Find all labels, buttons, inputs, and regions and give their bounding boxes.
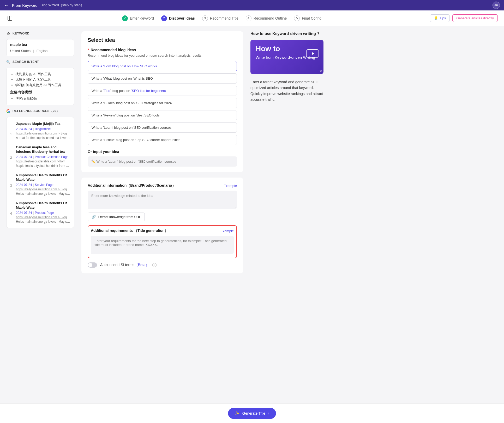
generate-directly-button[interactable]: Generate articles directly: [452, 14, 498, 22]
page-title: From Keyword: [12, 3, 38, 8]
idea-option[interactable]: Write a 'What' blog post on 'What is SEO: [88, 73, 237, 84]
reference-item[interactable]: 3 6 Impressive Health Benefits Of Maple …: [10, 170, 70, 198]
select-idea-title: Select idea: [88, 37, 237, 43]
idea-option[interactable]: Write a 'How' blog post on 'How SEO work…: [88, 61, 237, 71]
play-icon: [312, 52, 314, 55]
bulb-icon: 💡: [434, 16, 438, 20]
intent-item: 找到最好的 AI 写作工具: [15, 72, 70, 77]
intent-content-heading: 主要内容类型: [10, 90, 70, 95]
target-icon: ◎: [6, 31, 10, 36]
keyword-country: United States: [10, 49, 31, 53]
back-arrow-icon[interactable]: ←: [4, 3, 9, 8]
reference-item[interactable]: 1 Japanese Maple (Mojiji) Tea 2024-07-24…: [10, 119, 70, 142]
google-icon: [6, 109, 10, 113]
idea-option[interactable]: Write a 'Listicle' blog post on 'Top SEO…: [88, 135, 237, 145]
right-title: How to use Keyword-driven writing ?: [250, 31, 323, 36]
idea-option[interactable]: Write a 'Tips' blog post on 'SEO tips fo…: [88, 86, 237, 96]
intent-content-value: 博客/文章80%: [15, 96, 70, 101]
example-link-info[interactable]: Example: [224, 184, 237, 188]
video-card[interactable]: How to Write from Keyword-driven Writing…: [250, 40, 323, 74]
keyword-language: English: [37, 49, 48, 53]
additional-req-label: Additional requirements （Title generatio…: [91, 228, 168, 233]
left-sidebar: ◎ KEYWORD maple tea United States | Engl…: [6, 31, 74, 273]
search-icon: 🔍: [6, 60, 10, 64]
step-recommend-title[interactable]: 3 Recommend Title: [202, 15, 238, 21]
right-column: How to use Keyword-driven writing ? How …: [250, 31, 323, 273]
example-link-req[interactable]: Example: [220, 229, 234, 233]
step-enter-keyword[interactable]: ✓ Enter Keyword: [122, 15, 154, 21]
idea-option[interactable]: Write a 'Learn' blog post on 'SE0 certif…: [88, 122, 237, 133]
idea-option[interactable]: Write a 'Guides' blog post on 'SE0 strat…: [88, 98, 237, 108]
keyword-section-header: ◎ KEYWORD: [6, 31, 74, 36]
additional-info-textarea[interactable]: [88, 191, 237, 209]
extract-url-button[interactable]: 🔗 Extract knowledge from URL: [88, 213, 145, 221]
additional-info-label: Additional information（Brand/Product/Sce…: [88, 183, 176, 188]
intent-item: 比较不同的 AI 写作工具: [15, 77, 70, 82]
keyword-value: maple tea: [10, 43, 70, 47]
play-button[interactable]: [306, 49, 319, 58]
select-idea-card: Select idea *Recommended blog ideas Reco…: [81, 31, 243, 172]
center-column: Select idea *Recommended blog ideas Reco…: [81, 31, 243, 273]
additional-card: Additional information（Brand/Product/Sce…: [81, 178, 243, 273]
references-card: 1 Japanese Maple (Mojiji) Tea 2024-07-24…: [6, 117, 74, 228]
reference-item[interactable]: 2 Canadian maple teas and infusions Blue…: [10, 142, 70, 170]
additional-requirements-highlight: Additional requirements （Title generatio…: [88, 225, 237, 258]
right-desc: Enter a target keyword and generate SEO …: [250, 79, 323, 103]
rec-desc: Recommend blog ideas for you based on us…: [88, 54, 237, 57]
step-discover-ideas[interactable]: 2 Discover Ideas: [161, 15, 195, 21]
required-star-icon: *: [88, 48, 89, 52]
lsi-toggle[interactable]: [88, 262, 97, 268]
keyword-card: maple tea United States | English: [6, 39, 74, 56]
intent-item: 学习如何有效使用 AI 写作工具: [15, 83, 70, 87]
lsi-label: Auto insert LSI terms（Beta）: [100, 263, 149, 267]
references-section-header: REFERENCE SOURCES（20）: [6, 109, 74, 113]
check-icon: ✓: [122, 15, 128, 21]
top-header: ← From Keyword Blog Wizard（step by step）…: [0, 0, 504, 10]
reference-item[interactable]: 4 6 Impressive Health Benefits Of Maple …: [10, 198, 70, 226]
close-icon[interactable]: ✕: [319, 69, 322, 73]
additional-req-textarea[interactable]: [91, 236, 234, 254]
intent-section-header: 🔍 SEARCH INTENT: [6, 60, 74, 64]
tips-button[interactable]: 💡 Tips: [430, 14, 450, 22]
custom-idea-input[interactable]: [88, 156, 237, 167]
stepper-bar: ✓ Enter Keyword 2 Discover Ideas 3 Recom…: [0, 10, 504, 26]
idea-option[interactable]: Write a 'Review' blog post on 'Best SEO …: [88, 110, 237, 120]
sidebar-toggle-icon[interactable]: [6, 15, 14, 22]
step-recommend-outline[interactable]: 4 Recommend Outline: [246, 15, 287, 21]
avatar[interactable]: an: [493, 2, 500, 9]
help-icon[interactable]: ?: [152, 263, 157, 267]
or-input-label: Or input your idea: [88, 150, 237, 154]
step-final-config[interactable]: 5 Final Config: [294, 15, 321, 21]
page-subtitle: Blog Wizard（step by step）: [41, 3, 84, 8]
link-icon: 🔗: [92, 215, 96, 219]
steps: ✓ Enter Keyword 2 Discover Ideas 3 Recom…: [122, 15, 321, 21]
intent-card: 找到最好的 AI 写作工具 比较不同的 AI 写作工具 学习如何有效使用 AI …: [6, 68, 74, 105]
